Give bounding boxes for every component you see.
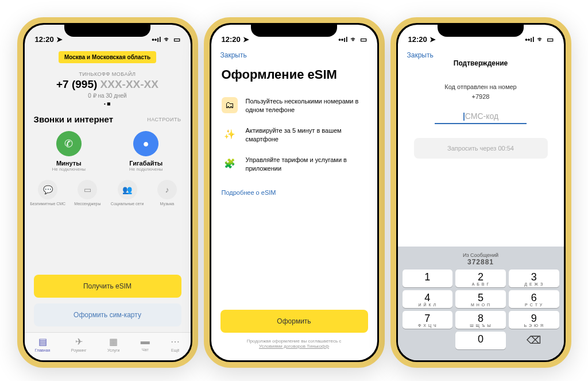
- backspace-icon: ⌫: [527, 334, 541, 346]
- tab-roaming[interactable]: ✈Роуминг: [71, 336, 87, 352]
- tab-bar: ▤Главная ✈Роуминг ▦Услуги ▬Чат ⋯Ещё: [25, 332, 191, 360]
- phone-mockup-esim: 12:20➤ ••ılᯤ▭ Закрыть Оформление eSIM 🗂 …: [204, 17, 385, 368]
- phone-mockup-confirm: 12:20➤ ••ılᯤ▭ Закрыть Подтверждение Код …: [390, 17, 571, 368]
- time-label: 12:20: [35, 35, 54, 44]
- region-selector[interactable]: Москва и Московская область: [59, 51, 156, 63]
- puzzle-icon: 🧩: [222, 156, 238, 172]
- time-label: 12:20: [408, 35, 427, 44]
- key-7[interactable]: 7Ф Х Ц Ч: [403, 311, 453, 329]
- phone-notch: [64, 23, 150, 37]
- chat-tab-icon: ▬: [141, 336, 150, 347]
- price-label: 0 ₽ на 30 дней: [25, 93, 191, 99]
- submit-button[interactable]: Оформить: [220, 310, 368, 333]
- gigabytes-tile[interactable]: ● Гигабайты Не подключены: [129, 131, 163, 172]
- brand-label: ТИНЬКОФФ МОБАЙЛ: [25, 71, 191, 77]
- get-esim-button[interactable]: Получить eSIM: [34, 275, 181, 298]
- key-5[interactable]: 5М Н О П: [455, 290, 506, 308]
- signal-icon: ••ıl: [525, 35, 534, 44]
- tab-chat[interactable]: ▬Чат: [141, 336, 150, 352]
- page-title: Оформление eSIM: [211, 59, 377, 91]
- order-sim-button[interactable]: Оформить сим-карту: [34, 303, 181, 326]
- wifi-icon: ᯤ: [164, 35, 171, 44]
- close-button[interactable]: Закрыть: [211, 48, 377, 59]
- key-delete[interactable]: ⌫: [509, 332, 559, 349]
- signal-icon: ••ıl: [338, 35, 347, 44]
- option-sms[interactable]: 💬Безлимитные СМС: [30, 180, 65, 206]
- battery-icon: ▭: [360, 35, 367, 44]
- tab-more[interactable]: ⋯Ещё: [171, 336, 180, 352]
- phone-mockup-home: 12:20➤ ••ılᯤ▭ Москва и Московская област…: [17, 17, 198, 368]
- sms-code-input[interactable]: |СМС-код: [435, 111, 527, 124]
- feature-activate: ✨ Активируйте за 5 минут в вашем смартфо…: [211, 121, 377, 150]
- key-6[interactable]: 6Р С Т У: [509, 290, 559, 308]
- wifi-icon: ᯤ: [350, 35, 358, 44]
- sim-cards-icon: 🗂: [222, 97, 238, 113]
- plane-icon: ✈: [71, 336, 87, 347]
- more-icon: ⋯: [171, 336, 180, 347]
- battery-icon: ▭: [173, 35, 180, 44]
- wifi-icon: ᯤ: [537, 35, 544, 44]
- code-sent-label: Код отправлен на номер +7928: [414, 82, 548, 101]
- wand-icon: ✨: [222, 126, 238, 143]
- location-icon: ➤: [430, 35, 436, 44]
- location-icon: ➤: [243, 35, 249, 44]
- tab-services[interactable]: ▦Услуги: [107, 336, 120, 352]
- autofill-suggestion[interactable]: Из Сообщений 372881: [400, 250, 562, 270]
- home-icon: ▤: [35, 336, 51, 347]
- key-0[interactable]: 0: [455, 332, 506, 349]
- agreement-link[interactable]: Условиями договоров Тинькофф: [259, 344, 329, 349]
- option-social[interactable]: 👥Социальные сети: [110, 180, 145, 206]
- location-icon: ➤: [56, 35, 63, 44]
- learn-more-link[interactable]: Подробнее о eSIM: [211, 179, 377, 206]
- key-blank: [403, 332, 453, 349]
- signal-icon: ••ıl: [152, 35, 161, 44]
- option-music[interactable]: ♪Музыка: [149, 180, 185, 206]
- message-icon: ▭: [78, 180, 97, 199]
- configure-button[interactable]: НАСТРОИТЬ: [147, 117, 181, 122]
- time-label: 12:20: [222, 35, 241, 44]
- close-button[interactable]: Закрыть: [398, 48, 564, 59]
- resend-button: Запросить через 00:54: [414, 138, 548, 159]
- option-messengers[interactable]: ▭Мессенджеры: [69, 180, 105, 206]
- phone-icon: ✆: [56, 131, 82, 156]
- carousel-dots[interactable]: • ◼: [25, 101, 191, 106]
- feature-multinumber: 🗂 Пользуйтесь несколькими номерами в одн…: [211, 91, 377, 121]
- key-3[interactable]: 3Д Е Ж З: [509, 270, 559, 287]
- phone-number[interactable]: +7 (995) XXX-XX-XX: [25, 78, 191, 91]
- phone-notch: [438, 23, 524, 37]
- numeric-keypad: Из Сообщений 372881 1 2А Б В Г 3Д Е Ж З …: [398, 247, 564, 360]
- chat-icon: 💬: [38, 180, 57, 199]
- key-1[interactable]: 1: [403, 270, 453, 287]
- tab-home[interactable]: ▤Главная: [35, 336, 51, 352]
- key-9[interactable]: 9Ь Э Ю Я: [509, 311, 559, 329]
- grid-icon: ▦: [107, 336, 120, 347]
- key-2[interactable]: 2А Б В Г: [455, 270, 506, 287]
- minutes-tile[interactable]: ✆ Минуты Не подключены: [52, 131, 86, 172]
- key-8[interactable]: 8Ш Щ Ъ Ы: [455, 311, 506, 329]
- section-title: Звонки и интернет: [34, 114, 114, 124]
- key-4[interactable]: 4И Й К Л: [403, 290, 453, 308]
- music-icon: ♪: [157, 180, 177, 199]
- people-icon: 👥: [118, 180, 137, 199]
- agreement-text: Продолжая оформление вы соглашаетесь с У…: [220, 338, 368, 349]
- feature-manage: 🧩 Управляйте тарифом и услугами в прилож…: [211, 150, 377, 179]
- phone-notch: [251, 23, 337, 37]
- battery-icon: ▭: [547, 35, 554, 44]
- globe-icon: ●: [133, 131, 158, 156]
